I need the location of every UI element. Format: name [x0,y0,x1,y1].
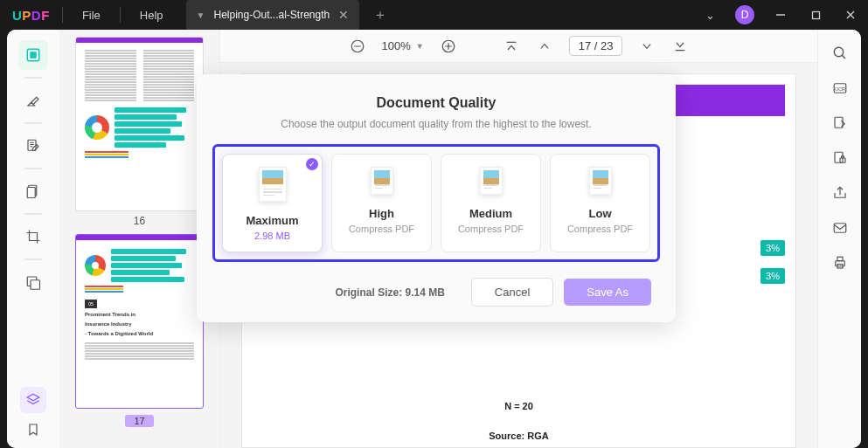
original-size-label: Original Size: 9.14 MB [335,286,444,299]
svg-line-19 [842,55,845,59]
percent-badge: 3% [760,268,785,284]
first-page-icon[interactable] [503,38,520,55]
save-as-button[interactable]: Save As [564,279,651,306]
thumbnail-page-17[interactable]: 05 Prominent Trends in Insurance Industr… [75,234,204,409]
svg-rect-10 [31,280,40,290]
menu-help[interactable]: Help [121,9,183,22]
window-minimize-icon[interactable] [763,0,798,30]
tabs-overflow-icon[interactable]: ⌄ [693,9,726,22]
svg-rect-6 [28,140,36,150]
edit-tool-icon[interactable] [18,131,48,161]
mail-icon[interactable] [832,220,848,236]
reader-tool-icon[interactable] [18,40,48,70]
prev-page-icon[interactable] [536,38,553,55]
svg-rect-25 [834,224,846,233]
viewer-toolbar: 100%▼ 17 / 23 [220,30,817,63]
quality-meta: Compress PDF [337,224,426,234]
modal-title: Document Quality [212,95,660,111]
thumbnail-number: 16 [75,215,204,227]
quality-size: 2.98 MB [228,231,316,241]
percent-badge: 3% [760,240,785,256]
svg-point-18 [834,47,844,57]
modal-footer: Original Size: 9.14 MB Cancel Save As [212,278,660,307]
last-page-icon[interactable] [671,38,689,55]
quality-name: Medium [447,207,535,220]
menu-file[interactable]: File [63,9,120,22]
quality-name: High [337,207,426,220]
left-rail [7,30,59,448]
highlighter-tool-icon[interactable] [18,86,48,115]
zoom-out-icon[interactable] [349,38,366,55]
layers-icon[interactable] [20,387,46,413]
quality-name: Low [556,207,644,220]
svg-text:OCR: OCR [835,86,845,92]
rail-separator [24,168,42,169]
check-icon: ✓ [306,158,318,170]
rail-separator [24,213,42,215]
next-page-icon[interactable] [638,38,656,55]
quality-thumb-icon [371,167,393,195]
rail-separator [24,122,42,124]
tab-dropdown-icon[interactable]: ▼ [197,10,205,20]
organize-tool-icon[interactable] [18,176,48,206]
current-thumbnail-badge: 17 [125,415,153,427]
quality-option-medium[interactable]: Medium Compress PDF [441,154,541,252]
svg-rect-26 [835,261,844,266]
avatar[interactable]: D [735,5,754,24]
chevron-down-icon[interactable]: ▼ [416,42,424,51]
cancel-button[interactable]: Cancel [471,278,553,307]
quality-options-frame: ✓ Maximum 2.98 MB High Compress PDF Medi… [212,144,660,262]
doc-source: Source: RGA [242,431,795,441]
rail-separator [24,258,42,260]
svg-rect-8 [27,188,35,198]
quality-name: Maximum [228,214,316,227]
new-tab-button[interactable]: ＋ [359,6,401,24]
rail-separator [24,77,42,79]
quality-option-low[interactable]: Low Compress PDF [550,154,650,252]
quality-option-maximum[interactable]: ✓ Maximum 2.98 MB [222,154,323,252]
doc-n-label: N = 20 [242,401,795,411]
quality-meta: Compress PDF [556,224,644,234]
quality-thumb-icon [480,167,503,195]
crop-tool-icon[interactable] [18,222,48,252]
right-rail: OCR [817,30,861,448]
redact-tool-icon[interactable] [18,267,48,297]
page-indicator[interactable]: 17 / 23 [569,36,623,56]
quality-thumb-icon [259,167,287,202]
svg-rect-27 [837,257,843,261]
zoom-level[interactable]: 100%▼ [382,39,424,52]
titlebar: UPDF File Help ▼ Helping-Out...al-Streng… [0,0,868,30]
bookmark-icon[interactable] [26,422,40,438]
document-quality-modal: Document Quality Choose the output docum… [197,74,676,322]
document-tab[interactable]: ▼ Helping-Out...al-Strength ✕ [186,0,360,30]
protect-icon[interactable] [832,150,848,166]
modal-subtitle: Choose the output document quality from … [212,118,660,130]
quality-thumb-icon [589,167,612,195]
print-icon[interactable] [832,255,848,271]
thumbnail-page-16[interactable] [75,37,204,211]
zoom-in-icon[interactable] [440,38,457,55]
tab-close-icon[interactable]: ✕ [338,8,349,22]
tab-title: Helping-Out...al-Strength [213,9,330,21]
search-icon[interactable] [832,45,848,61]
ocr-icon[interactable]: OCR [832,80,848,96]
svg-rect-22 [835,117,843,128]
window-maximize-icon[interactable] [798,0,833,30]
app-logo: UPDF [0,8,62,23]
window-close-icon[interactable] [833,0,868,30]
quality-meta: Compress PDF [447,224,535,234]
share-icon[interactable] [832,185,848,201]
svg-rect-1 [812,11,819,18]
convert-icon[interactable] [832,115,848,131]
quality-option-high[interactable]: High Compress PDF [331,154,432,252]
svg-rect-5 [30,52,37,59]
